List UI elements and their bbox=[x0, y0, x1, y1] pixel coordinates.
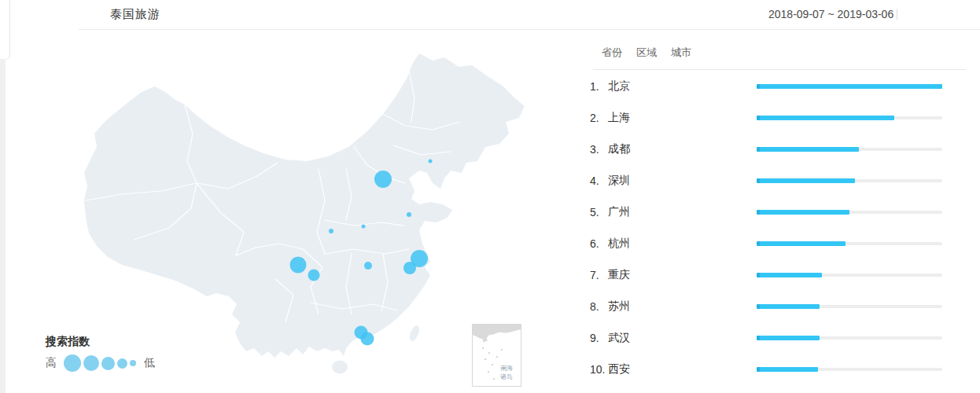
ranking-list: 1. 北京 2. 上海 3. 成都 4. 深圳 5. 广州 bbox=[590, 71, 966, 385]
page: 泰国旅游 2018-09-07 ~ 2019-03-06 bbox=[0, 0, 980, 393]
list-item: 9. 武汉 bbox=[590, 322, 966, 354]
index-bar bbox=[757, 116, 942, 120]
index-bar bbox=[757, 367, 942, 372]
index-bar bbox=[757, 147, 942, 152]
date-range-control[interactable]: 2018-09-07 ~ 2019-03-06 bbox=[768, 8, 893, 20]
header-divider bbox=[79, 29, 980, 30]
map-bubble[interactable] bbox=[429, 160, 433, 163]
rank-number: 7. bbox=[590, 269, 608, 281]
tabs-underline bbox=[593, 69, 966, 70]
taiwan-island-shape bbox=[407, 324, 421, 342]
page-edge-top bbox=[0, 0, 10, 60]
legend-circles bbox=[64, 354, 136, 372]
list-item: 3. 成都 bbox=[590, 134, 966, 165]
rank-number: 8. bbox=[590, 300, 608, 313]
city-name: 苏州 bbox=[608, 299, 757, 314]
ranking-tabs: 省份 区域 城市 bbox=[602, 46, 691, 60]
index-bar-fill bbox=[757, 367, 818, 372]
index-bar-fill bbox=[757, 178, 855, 183]
legend-title: 搜索指数 bbox=[46, 335, 155, 349]
tab-region[interactable]: 区域 bbox=[636, 46, 657, 60]
rank-number: 1. bbox=[590, 80, 608, 93]
tab-province[interactable]: 省份 bbox=[602, 46, 622, 60]
rank-number: 9. bbox=[590, 332, 608, 344]
china-mainland-shape bbox=[84, 53, 525, 358]
city-name: 西安 bbox=[608, 362, 757, 376]
list-item: 5. 广州 bbox=[590, 196, 966, 228]
city-name: 武汉 bbox=[608, 331, 757, 345]
city-name: 重庆 bbox=[608, 268, 757, 282]
map-bubble[interactable] bbox=[290, 257, 307, 274]
map-bubble[interactable] bbox=[364, 262, 372, 270]
rank-number: 6. bbox=[590, 237, 608, 250]
rank-number: 10. bbox=[590, 363, 608, 376]
index-bar-fill bbox=[757, 147, 859, 152]
index-bar-fill bbox=[757, 116, 894, 120]
city-name: 上海 bbox=[608, 111, 757, 125]
index-bar-fill bbox=[757, 84, 942, 89]
legend-circle bbox=[64, 354, 81, 372]
rank-number: 2. bbox=[590, 112, 608, 124]
inset-label-line1: 南海 bbox=[500, 365, 513, 372]
page-edge-strip bbox=[0, 60, 6, 393]
hainan-island-shape bbox=[332, 361, 348, 374]
index-bar-fill bbox=[757, 210, 849, 215]
index-bar bbox=[757, 178, 942, 183]
list-item: 1. 北京 bbox=[590, 71, 966, 102]
list-item: 10. 西安 bbox=[590, 354, 966, 385]
map-bubble[interactable] bbox=[407, 212, 411, 217]
map-bubble[interactable] bbox=[374, 171, 392, 188]
date-range-divider bbox=[897, 9, 897, 20]
list-item: 7. 重庆 bbox=[590, 259, 966, 291]
index-bar bbox=[757, 336, 942, 340]
city-name: 深圳 bbox=[608, 174, 757, 188]
legend-circle bbox=[83, 355, 99, 371]
city-name: 成都 bbox=[608, 142, 757, 156]
city-name: 北京 bbox=[608, 79, 757, 94]
rank-number: 5. bbox=[590, 206, 608, 219]
index-bar-fill bbox=[757, 304, 820, 309]
map-bubble[interactable] bbox=[403, 262, 416, 274]
tab-city[interactable]: 城市 bbox=[671, 46, 691, 60]
index-bar bbox=[757, 84, 942, 89]
index-bar-fill bbox=[757, 336, 820, 340]
index-bar bbox=[757, 304, 942, 309]
list-item: 2. 上海 bbox=[590, 102, 966, 134]
rank-number: 3. bbox=[590, 143, 608, 156]
inset-label-line2: 诸岛 bbox=[500, 373, 513, 380]
city-name: 杭州 bbox=[608, 237, 757, 251]
list-item: 8. 苏州 bbox=[590, 291, 966, 322]
legend-high-label: 高 bbox=[46, 356, 57, 370]
city-name: 广州 bbox=[608, 205, 757, 219]
index-bar bbox=[757, 241, 942, 246]
legend-low-label: 低 bbox=[144, 356, 155, 370]
map-bubble[interactable] bbox=[308, 270, 320, 281]
map-bubble[interactable] bbox=[329, 229, 333, 233]
south-china-sea-inset: 南海 诸岛 bbox=[473, 325, 521, 387]
index-bar bbox=[757, 273, 942, 277]
legend-circle bbox=[130, 360, 136, 366]
map-bubble[interactable] bbox=[361, 332, 374, 346]
index-bar bbox=[757, 210, 942, 215]
legend-circle bbox=[101, 357, 115, 370]
legend-scale: 高 低 bbox=[46, 354, 155, 372]
rank-number: 4. bbox=[590, 174, 608, 187]
search-index-legend: 搜索指数 高 低 bbox=[46, 335, 155, 372]
index-bar-fill bbox=[757, 273, 822, 277]
map-bubble[interactable] bbox=[362, 225, 366, 229]
list-item: 6. 杭州 bbox=[590, 228, 966, 259]
legend-circle bbox=[117, 358, 127, 369]
list-item: 4. 深圳 bbox=[590, 165, 966, 196]
index-bar-fill bbox=[757, 241, 846, 246]
keyword-title: 泰国旅游 bbox=[110, 7, 160, 22]
